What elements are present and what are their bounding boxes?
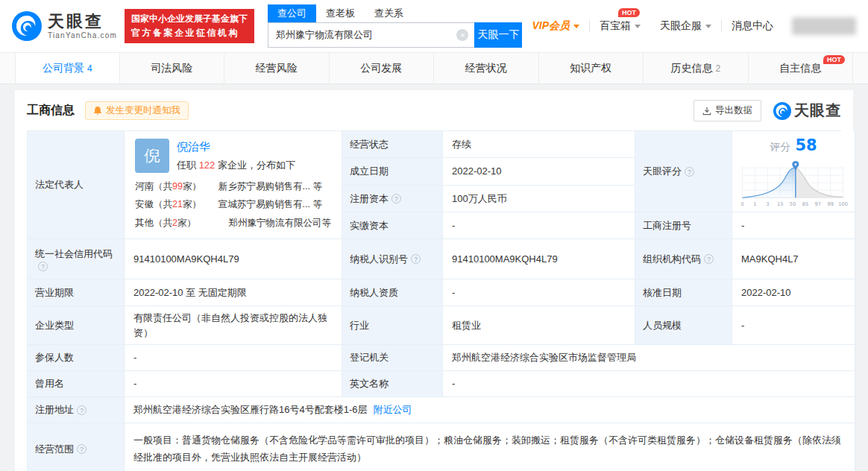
svg-text:50: 50 <box>790 200 796 206</box>
distribution-row: 安徽（共21家） 宣城苏宁易购销售有... 等 <box>135 195 331 213</box>
legal-rep-avatar[interactable]: 倪 <box>135 139 169 173</box>
tab-label: 经营风险 <box>256 62 298 75</box>
distribution-region: 河南（共99家） <box>135 177 218 195</box>
field-value-registered-capital: 100万人民币 <box>443 186 635 212</box>
distribution-company-link[interactable]: 新乡苏宁易购销售有... 等 <box>218 177 331 195</box>
distribution-company-link[interactable]: 宣城苏宁易购销售有... 等 <box>218 195 331 213</box>
legal-rep-name-link[interactable]: 倪治华 <box>177 139 295 156</box>
tab-self-info[interactable]: 自主信息 HOT <box>749 53 854 83</box>
nearby-companies-link[interactable]: 附近公司 <box>373 402 412 417</box>
field-label-founded: 成立日期 <box>342 158 443 186</box>
distribution-region: 安徽（共21家） <box>135 195 218 213</box>
help-icon[interactable]: ? <box>38 262 48 271</box>
bell-icon <box>93 106 102 116</box>
field-value-founded: 2022-02-10 <box>443 158 635 186</box>
tab-label: 知识产权 <box>570 62 611 75</box>
business-info-table: 法定代表人 倪 倪治华 任职 122 家企业，分布如下 河南（共99家） 新乡苏… <box>27 130 841 471</box>
field-value-approval-date: 2022-02-10 <box>732 279 855 306</box>
tab-company-background[interactable]: 公司背景 4 <box>15 53 120 83</box>
score-title: 评分 <box>770 141 790 153</box>
help-icon[interactable]: ? <box>685 167 694 177</box>
label-text: 纳税人识别号 <box>350 252 408 267</box>
field-label-english-name: 英文名称 <box>342 371 443 397</box>
vip-member-menu[interactable]: VIP会员 <box>522 19 589 33</box>
label-text: 组织机构代码 <box>643 252 701 267</box>
tab-history-info[interactable]: 历史信息 2 <box>644 53 749 83</box>
help-icon[interactable]: ? <box>391 194 401 203</box>
field-label-enterprise-type: 企业类型 <box>28 306 125 345</box>
field-label-insured-count: 参保人数 <box>28 345 125 371</box>
distribution-company-link[interactable]: 郑州豫宁物流有限公司等 <box>218 214 331 232</box>
company-tail: 等 <box>310 181 322 192</box>
tab-intellectual-property[interactable]: 知识产权 <box>539 53 644 83</box>
legal-rep-tenure: 任职 122 家企业，分布如下 <box>177 158 295 173</box>
tab-label: 司法风险 <box>151 62 192 75</box>
svg-text:15: 15 <box>777 200 783 206</box>
field-value-taxpayer-id: 91410100MA9KQH4L79 <box>443 239 635 279</box>
cert-line2: 官方备案企业征信机构 <box>131 26 248 40</box>
tenure-count: 122 <box>199 159 216 171</box>
brand-domain: TianYanCha.com <box>48 31 117 39</box>
region-text: 其他（共 <box>135 218 172 228</box>
tab-judicial-risk[interactable]: 司法风险 <box>120 53 225 83</box>
tab-operating-status[interactable]: 经营状况 <box>434 53 539 83</box>
region-text: 家） <box>183 181 201 192</box>
download-icon <box>702 107 711 116</box>
tianyan-score-cell[interactable]: 评分58 <box>732 131 855 212</box>
message-center-label: 消息中心 <box>732 19 773 33</box>
svg-text:3: 3 <box>766 200 769 206</box>
field-label-registered-address: 注册地址? <box>28 397 125 423</box>
score-value: 58 <box>795 136 817 154</box>
search-tab-relation[interactable]: 查关系 <box>365 4 413 22</box>
score-headline: 评分58 <box>770 134 817 158</box>
company-name: 郑州豫宁物流有限公司 <box>229 218 322 228</box>
hot-badge: HOT <box>618 8 640 17</box>
company-name: 新乡苏宁易购销售有... <box>218 181 310 192</box>
tab-label: 公司背景 <box>43 62 84 75</box>
company-tail: 等 <box>310 199 322 209</box>
chevron-down-icon <box>635 25 641 28</box>
toolbox-menu[interactable]: HOT 百宝箱 <box>590 19 650 33</box>
search-tab-company[interactable]: 查公司 <box>268 4 316 22</box>
search-button[interactable]: 天眼一下 <box>474 22 522 48</box>
enterprise-service-menu[interactable]: 天眼企服 <box>650 19 721 33</box>
help-icon[interactable]: ? <box>77 444 87 454</box>
search-tab-boss[interactable]: 查老板 <box>316 4 365 22</box>
svg-text:100: 100 <box>838 200 848 206</box>
search-input[interactable] <box>268 22 474 48</box>
score-distribution-chart: 01 315 5085 9799 100 <box>737 158 850 209</box>
message-center-menu[interactable]: 消息中心 <box>722 19 783 33</box>
tenure-distribution: 河南（共99家） 新乡苏宁易购销售有... 等 安徽（共21家） 宣城苏宁易购销… <box>135 177 331 232</box>
help-icon[interactable]: ? <box>704 254 714 264</box>
field-label-status: 经营状态 <box>342 131 443 158</box>
region-count: 2 <box>172 218 177 228</box>
label-text: 经营范围 <box>35 442 74 457</box>
field-label-industry: 行业 <box>342 306 443 345</box>
notify-label: 发生变更时通知我 <box>106 104 180 117</box>
business-info-card: 工商信息 发生变更时通知我 导出数据 天眼查 <box>15 90 853 471</box>
tab-company-development[interactable]: 公司发展 <box>330 53 435 83</box>
field-label-paid-capital: 实缴资本 <box>342 212 443 239</box>
company-nav: 公司背景 4 司法风险 经营风险 公司发展 经营状况 知识产权 历史信息 2 自… <box>0 52 868 84</box>
help-icon[interactable]: ? <box>77 405 87 415</box>
tab-label: 经营状况 <box>465 62 507 75</box>
field-label-tianyan-score: 天眼评分? <box>635 131 732 212</box>
region-count: 21 <box>172 199 183 209</box>
help-icon[interactable]: ? <box>411 254 421 264</box>
export-label: 导出数据 <box>715 104 752 117</box>
region-text: 家） <box>183 199 201 209</box>
field-value-uscc: 91410100MA9KQH4L79 <box>125 239 342 279</box>
address-text: 郑州航空港经济综合实验区雁行路16号4号配套楼1-6层 <box>133 402 367 417</box>
notify-on-change-button[interactable]: 发生变更时通知我 <box>85 101 189 120</box>
user-account-blurred[interactable] <box>792 17 856 35</box>
cert-line1: 国家中小企业发展子基金旗下 <box>131 12 248 26</box>
region-text: 安徽（共 <box>135 199 172 209</box>
tab-operating-risk[interactable]: 经营风险 <box>224 53 330 83</box>
export-data-button[interactable]: 导出数据 <box>694 100 761 121</box>
field-value-org-code: MA9KQH4L7 <box>732 239 855 279</box>
tab-count: 4 <box>87 63 92 74</box>
field-label-former-name: 曾用名 <box>28 371 125 397</box>
tab-label: 自主信息 <box>779 62 821 75</box>
field-label-uscc: 统一社会信用代码? <box>28 239 125 279</box>
tianyancha-logo[interactable]: 天眼查 TianYanCha.com <box>12 11 117 41</box>
